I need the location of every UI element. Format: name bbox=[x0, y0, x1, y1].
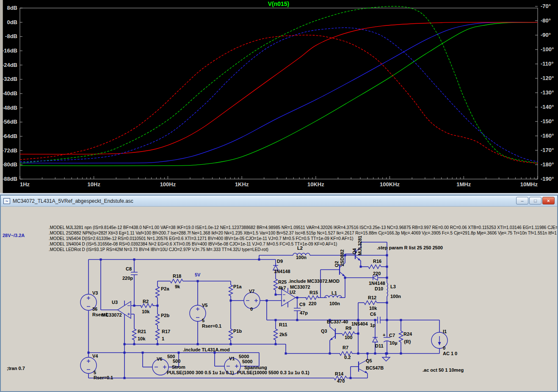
schematic-text[interactable]: ;tran 0.7 bbox=[7, 366, 25, 371]
schematic-text[interactable]: R11 bbox=[279, 322, 287, 327]
schematic-text[interactable]: 100 bbox=[345, 335, 352, 340]
schematic-text[interactable]: + bbox=[383, 332, 385, 337]
schematic-text[interactable]: .include MC33072.MOD bbox=[288, 279, 340, 284]
schematic-text[interactable]: .ac oct 50 1 10meg bbox=[423, 367, 464, 373]
schematic-text[interactable]: U2 bbox=[290, 290, 296, 295]
schematic-text[interactable]: R16 bbox=[373, 259, 381, 264]
schematic-text[interactable]: P2b bbox=[161, 313, 169, 318]
schematic-text[interactable]: 1N4148 bbox=[274, 269, 290, 274]
schematic-text[interactable]: R2 bbox=[143, 299, 149, 304]
schematic-text[interactable]: BC547B bbox=[366, 365, 384, 370]
schematic-text[interactable]: 10k bbox=[138, 336, 146, 341]
schematic-text[interactable]: BC337-40 bbox=[327, 319, 348, 324]
schematic-text[interactable]: R25 bbox=[278, 279, 287, 284]
schematic-text[interactable]: C8 bbox=[126, 266, 132, 271]
schematic-text[interactable]: Strom bbox=[172, 364, 185, 370]
schematic-text[interactable]: {R} bbox=[404, 339, 411, 344]
schematic-text[interactable]: 1 bbox=[162, 336, 164, 341]
schematic-text[interactable]: P2a bbox=[161, 286, 169, 291]
schematic-text[interactable]: PULSE(10000 5500 0.3 1u 1u 0.1) bbox=[237, 370, 309, 375]
schematic-text[interactable]: C7 bbox=[389, 333, 395, 338]
schematic-text[interactable]: D10 bbox=[375, 286, 383, 291]
schematic-text[interactable]: MJL3281 bbox=[357, 236, 362, 255]
schematic-text[interactable]: L1 bbox=[331, 290, 337, 295]
schematic-canvas[interactable]: .MODEL MJL3281 npn (IS=9.8145e-12 BF=438… bbox=[1, 207, 557, 391]
schematic-text[interactable]: R15 bbox=[309, 290, 318, 295]
waveform-plot-pane[interactable]: V(n015)8dB0dB-8dB-16dB-24dB-32dB-40dB-48… bbox=[0, 0, 558, 193]
schematic-text[interactable]: C6 bbox=[370, 312, 376, 317]
schematic-text[interactable]: 1p bbox=[370, 323, 376, 328]
schematic-text[interactable]: L2 bbox=[297, 246, 303, 251]
schematic-text[interactable]: R24 bbox=[403, 331, 412, 337]
schematic-text[interactable]: PULSE(1000 300 0.5 1u 1u 0.1) bbox=[167, 370, 234, 375]
schematic-text[interactable]: 9k bbox=[175, 284, 180, 289]
schematic-text[interactable]: .include TL431A.mod bbox=[183, 347, 230, 352]
schematic-text[interactable]: Q2 bbox=[334, 261, 339, 267]
schematic-text[interactable]: .MODEL 2SD882 NPN(Is=282f Xti=3 Eg=1.11 … bbox=[49, 231, 557, 235]
schematic-text[interactable]: Q4 bbox=[352, 248, 357, 254]
schematic-text[interactable]: .MODEL LEDRot D (IS=93.1P RS=42M N=3.73 … bbox=[49, 247, 268, 252]
schematic-text[interactable]: 2k5 bbox=[279, 332, 287, 337]
schematic-text[interactable]: 220p bbox=[122, 276, 133, 281]
schematic-text[interactable]: Spannung bbox=[244, 365, 267, 370]
schematic-text[interactable]: 100n bbox=[329, 301, 340, 306]
schematic-text[interactable]: 5 bbox=[94, 370, 96, 375]
schematic-text[interactable]: R21 bbox=[138, 329, 146, 334]
schematic-text[interactable]: 0 bbox=[443, 345, 445, 351]
schematic-text[interactable]: 47p bbox=[300, 310, 308, 315]
schematic-text[interactable]: 500 bbox=[173, 359, 180, 364]
schematic-text[interactable]: AC 1 0 bbox=[443, 351, 457, 356]
schematic-text[interactable]: R9 bbox=[345, 326, 351, 331]
schematic-text[interactable]: V3 bbox=[92, 290, 98, 295]
schematic-text[interactable]: Q3 bbox=[321, 329, 327, 334]
schematic-text[interactable]: I1 bbox=[443, 329, 447, 334]
schematic-text[interactable]: 100n bbox=[390, 294, 401, 299]
schematic-text[interactable]: U3 bbox=[112, 300, 118, 305]
schematic-text[interactable]: .MODEL MJL3281 npn (IS=9.8145e-12 BF=438… bbox=[49, 225, 557, 230]
schematic-text[interactable]: 36 bbox=[92, 306, 97, 312]
schematic-text[interactable]: 220 bbox=[309, 301, 316, 306]
close-button[interactable]: × bbox=[542, 197, 555, 204]
schematic-text[interactable]: 28V~/3.2A bbox=[3, 233, 25, 238]
bode-plot-canvas[interactable]: V(n015)8dB0dB-8dB-16dB-24dB-32dB-40dB-48… bbox=[0, 0, 558, 193]
schematic-window-titlebar[interactable]: ~ MC34072_TL431A_5VRef_abgespeckt_Endstu… bbox=[1, 196, 557, 207]
schematic-text[interactable]: P1a bbox=[233, 284, 242, 289]
schematic-text[interactable]: 10k bbox=[142, 309, 150, 314]
schematic-text[interactable]: 1N5404 bbox=[351, 321, 368, 326]
schematic-text[interactable]: R18 bbox=[173, 273, 181, 279]
schematic-text[interactable]: P1b bbox=[233, 329, 242, 334]
schematic-text[interactable]: 220 bbox=[373, 271, 381, 276]
schematic-text[interactable]: V5 bbox=[202, 303, 207, 308]
schematic-text[interactable]: MC33072 bbox=[102, 312, 122, 317]
schematic-text[interactable]: R7 bbox=[343, 345, 348, 350]
schematic-text[interactable]: .MODEL 1N5404 D(IS=2.61339e-12 RS=0.0110… bbox=[49, 236, 354, 241]
schematic-text[interactable]: 0 bbox=[250, 306, 253, 312]
schematic-text[interactable]: R17 bbox=[162, 329, 170, 334]
schematic-text[interactable]: .step param R list 25 250 2500 bbox=[377, 245, 443, 250]
schematic-text[interactable]: 5V bbox=[195, 272, 201, 277]
schematic-text[interactable]: L3 bbox=[390, 284, 396, 289]
schematic-text[interactable]: 10k bbox=[369, 306, 377, 311]
schematic-text[interactable]: 0.2 bbox=[344, 355, 351, 360]
schematic-text[interactable]: 10µ bbox=[389, 340, 398, 345]
schematic-text[interactable]: 1N4148 bbox=[369, 281, 385, 286]
schematic-text[interactable]: 470 bbox=[337, 378, 345, 384]
schematic-text[interactable]: 5000 bbox=[242, 359, 252, 364]
schematic-text[interactable]: Rser=0.1 bbox=[202, 323, 221, 329]
restore-button[interactable]: □ bbox=[529, 197, 541, 204]
schematic-text[interactable]: R14 bbox=[335, 371, 344, 376]
schematic-drawing[interactable]: .MODEL MJL3281 npn (IS=9.8145e-12 BF=438… bbox=[1, 207, 557, 391]
schematic-text[interactable]: 4k7 bbox=[278, 285, 286, 290]
schematic-text[interactable]: Q5 bbox=[366, 358, 372, 363]
schematic-text[interactable]: 2SD882 bbox=[340, 249, 345, 266]
schematic-text[interactable]: 5000 bbox=[239, 354, 249, 359]
schematic-text[interactable]: V7 bbox=[249, 289, 254, 294]
schematic-text[interactable]: 5 bbox=[202, 318, 204, 323]
schematic-text[interactable]: Rser=0.1 bbox=[94, 375, 113, 380]
schematic-text[interactable]: .MODEL 1N4004 D (IS=5.31656e-08 RS=0.039… bbox=[49, 242, 337, 246]
schematic-text[interactable]: V1 bbox=[229, 356, 235, 361]
schematic-text[interactable]: MC33072 bbox=[290, 284, 310, 290]
schematic-text[interactable]: 100n bbox=[296, 255, 307, 260]
schematic-text[interactable]: D11 bbox=[375, 343, 384, 348]
schematic-text[interactable]: V6 bbox=[157, 356, 162, 362]
